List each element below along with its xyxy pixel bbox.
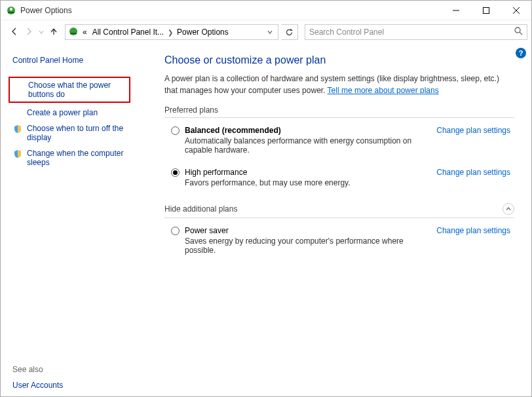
control-panel-icon	[68, 26, 79, 39]
sidebar-item-label: Choose what the power buttons do	[28, 81, 125, 99]
maximize-button[interactable]	[471, 1, 501, 20]
radio-button[interactable]	[171, 227, 180, 235]
shield-icon	[12, 124, 23, 134]
section-label: Hide additional plans	[164, 204, 237, 214]
svg-point-9	[515, 28, 520, 33]
control-panel-home-link[interactable]: Control Panel Home	[12, 56, 130, 65]
breadcrumb-prefix: «	[81, 28, 88, 37]
radio-button[interactable]	[171, 168, 180, 177]
plan-name: Balanced (recommended)	[185, 126, 431, 135]
change-plan-settings-link[interactable]: Change plan settings	[436, 226, 514, 235]
plan-row: Balanced (recommended) Automatically bal…	[164, 124, 514, 159]
address-bar[interactable]: « All Control Panel It... ❯ Power Option…	[65, 24, 278, 40]
see-also-section: See also User Accounts	[12, 352, 130, 390]
search-icon[interactable]	[514, 27, 523, 37]
blank-icon	[14, 81, 24, 81]
svg-rect-1	[8, 12, 14, 13]
chevron-right-icon[interactable]: ❯	[168, 29, 173, 36]
plan-description: Automatically balances performance with …	[185, 136, 431, 155]
nav-arrows	[5, 27, 62, 38]
nav-row: « All Control Panel It... ❯ Power Option…	[1, 20, 531, 44]
search-input[interactable]	[309, 28, 510, 37]
breadcrumb-seg[interactable]: Power Options	[176, 28, 230, 37]
svg-point-2	[10, 7, 12, 10]
sidebar: Control Panel Home Choose what the power…	[1, 44, 138, 396]
page-heading: Choose or customize a power plan	[164, 54, 514, 66]
minimize-button[interactable]	[441, 1, 471, 20]
help-icon[interactable]: ?	[516, 48, 526, 58]
title-bar: Power Options	[1, 1, 531, 20]
sidebar-item-create-plan[interactable]: Create a power plan	[12, 108, 130, 117]
sidebar-item-label: Choose when to turn off the display	[27, 124, 130, 142]
plan-description: Saves energy by reducing your computer's…	[185, 236, 431, 255]
additional-plans-header[interactable]: Hide additional plans	[164, 203, 514, 218]
sidebar-item-label: Change when the computer sleeps	[27, 149, 130, 167]
window-title: Power Options	[20, 6, 441, 15]
refresh-button[interactable]	[281, 24, 298, 40]
see-also-user-accounts-link[interactable]: User Accounts	[12, 381, 63, 390]
main-content: ? Choose or customize a power plan A pow…	[138, 44, 531, 396]
plan-name: Power saver	[185, 226, 431, 235]
address-dropdown[interactable]	[263, 28, 276, 37]
svg-point-7	[69, 28, 77, 35]
power-options-icon	[6, 5, 16, 16]
additional-plans-list: Power saver Saves energy by reducing you…	[164, 225, 514, 259]
learn-more-link[interactable]: Tell me more about power plans	[328, 86, 439, 95]
close-button[interactable]	[501, 1, 531, 20]
plan-description: Favors performance, but may use more ene…	[185, 178, 431, 187]
sidebar-item-sleep[interactable]: Change when the computer sleeps	[12, 149, 130, 167]
breadcrumb-seg[interactable]: All Control Panel It...	[91, 28, 165, 37]
svg-rect-8	[70, 33, 77, 34]
svg-line-10	[520, 32, 522, 35]
plan-name: High performance	[185, 168, 431, 177]
svg-rect-4	[484, 7, 489, 13]
sidebar-item-label: Create a power plan	[27, 108, 98, 117]
preferred-plans-header: Preferred plans	[164, 105, 514, 118]
plan-row: Power saver Saves energy by reducing you…	[164, 225, 514, 259]
sidebar-item-display-off[interactable]: Choose when to turn off the display	[12, 124, 130, 142]
up-button[interactable]	[49, 27, 58, 38]
preferred-plans-list: Balanced (recommended) Automatically bal…	[164, 124, 514, 191]
sidebar-item-power-buttons[interactable]: Choose what the power buttons do	[9, 77, 130, 103]
radio-button[interactable]	[171, 126, 180, 135]
page-description: A power plan is a collection of hardware…	[164, 73, 514, 96]
change-plan-settings-link[interactable]: Change plan settings	[436, 126, 514, 135]
shield-icon	[12, 149, 23, 159]
plan-row: High performance Favors performance, but…	[164, 166, 514, 191]
section-label: Preferred plans	[164, 105, 218, 115]
see-also-header: See also	[12, 365, 130, 374]
blank-icon	[12, 108, 23, 109]
back-button[interactable]	[10, 27, 19, 38]
forward-button[interactable]	[24, 27, 33, 38]
change-plan-settings-link[interactable]: Change plan settings	[436, 168, 514, 177]
recent-locations-dropdown[interactable]	[39, 28, 44, 37]
search-box[interactable]	[305, 24, 527, 40]
collapse-icon[interactable]	[503, 203, 514, 215]
